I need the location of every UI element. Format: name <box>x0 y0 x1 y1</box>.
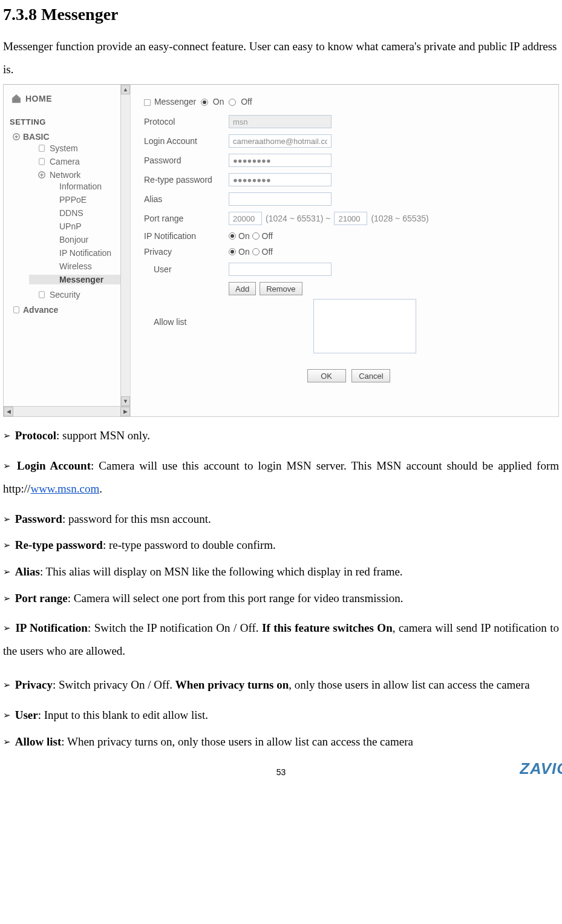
bullet-password-text: : password for this msn account. <box>62 513 211 525</box>
login-account-label: Login Account <box>144 136 229 146</box>
ip-notification-label: IP Notification <box>144 231 229 241</box>
page-icon <box>12 306 21 314</box>
ok-button[interactable]: OK <box>307 369 346 382</box>
ipnotif-off-radio[interactable] <box>252 232 260 240</box>
port-from-hint: (1024 ~ 65531) ~ <box>266 214 330 223</box>
sidebar-item-camera[interactable]: Camera <box>21 157 120 166</box>
allow-list-label: Allow list <box>144 299 229 327</box>
bullet-ipnotif-term: IP Notification <box>15 621 87 634</box>
messenger-off-radio[interactable] <box>229 99 236 106</box>
bullet-allow-text: : When privacy turns on, only those user… <box>61 735 413 748</box>
ipnotif-on-radio[interactable] <box>229 232 236 240</box>
ipnotif-off-label: Off <box>262 231 273 241</box>
pppoe-label: PPPoE <box>59 195 87 205</box>
bullet-user-text: : Input to this blank to edit allow list… <box>38 709 208 721</box>
sidebar-setting-header: SETTING <box>4 115 120 130</box>
off-label: Off <box>241 97 252 106</box>
sidebar-item-basic[interactable]: BASIC <box>12 132 120 142</box>
sidebar-item-pppoe[interactable]: PPPoE <box>29 195 120 205</box>
port-from-input[interactable] <box>229 212 262 225</box>
bullet-alias: ➢ Alias: This alias will display on MSN … <box>3 564 559 580</box>
sidebar-item-wireless[interactable]: Wireless <box>29 261 120 271</box>
add-button[interactable]: Add <box>229 282 256 295</box>
privacy-off-radio[interactable] <box>252 248 260 255</box>
sidebar-item-ddns[interactable]: DDNS <box>29 208 120 218</box>
ipnotif-on-label: On <box>238 231 250 241</box>
sidebar-item-network[interactable]: Network <box>21 170 120 180</box>
sidebar-item-upnp[interactable]: UPnP <box>29 221 120 231</box>
sidebar-item-security[interactable]: Security <box>21 290 120 300</box>
bullet-port-text: : Camera will select one port from this … <box>68 592 404 605</box>
scroll-left-icon[interactable]: ◀ <box>4 407 13 416</box>
privacy-on-label: On <box>238 247 250 257</box>
sidebar-home-label: HOME <box>25 94 52 103</box>
bullet-retype-term: Re-type password <box>15 539 103 551</box>
msn-link[interactable]: www.msn.com <box>30 482 99 495</box>
brand-logo: ZAVIO <box>520 759 562 779</box>
bullet-alias-term: Alias <box>15 565 40 578</box>
sidebar-item-system[interactable]: System <box>21 143 120 153</box>
allow-list-box[interactable] <box>313 299 416 353</box>
protocol-input <box>229 115 332 128</box>
page-icon <box>38 144 46 152</box>
bullet-user-term: User <box>15 709 38 721</box>
scroll-right-icon[interactable]: ▶ <box>120 407 130 416</box>
expand-icon <box>12 133 21 141</box>
ipnotification-label: IP Notification <box>59 248 111 258</box>
svg-rect-5 <box>14 307 19 313</box>
privacy-on-radio[interactable] <box>229 248 236 255</box>
upnp-label: UPnP <box>59 221 82 231</box>
cancel-button[interactable]: Cancel <box>351 369 390 382</box>
bullet-login-term: Login Account <box>17 459 91 472</box>
form-title-bar: Messenger On Off <box>144 97 554 106</box>
form-title: Messenger <box>154 97 196 106</box>
bullet-privacy-text2: , only those users in allow list can acc… <box>289 678 529 691</box>
scroll-down-icon[interactable]: ▼ <box>121 396 130 406</box>
sidebar-item-advance[interactable]: Advance <box>12 305 120 315</box>
port-to-input[interactable] <box>334 212 367 225</box>
sidebar-item-information[interactable]: Information <box>29 182 120 191</box>
sidebar-scrollbar-horizontal[interactable]: ◀ ▶ <box>4 406 130 416</box>
privacy-label: Privacy <box>144 247 229 257</box>
home-icon <box>11 93 22 104</box>
privacy-off-label: Off <box>262 247 273 257</box>
password-label: Password <box>144 156 229 165</box>
port-range-label: Port range <box>144 214 229 223</box>
page-number: 53 <box>3 767 559 777</box>
bullet-protocol: ➢ Protocol: support MSN only. <box>3 428 559 444</box>
advance-label: Advance <box>23 305 58 315</box>
basic-label: BASIC <box>23 132 50 142</box>
remove-button[interactable]: Remove <box>260 282 302 295</box>
camera-label: Camera <box>50 157 80 166</box>
port-to-hint: (1028 ~ 65535) <box>371 214 428 223</box>
bullet-privacy-bold: When privacy turns on <box>175 678 289 691</box>
section-heading: 7.3.8 Messenger <box>3 5 559 24</box>
bullet-user: ➢ User: Input to this blank to edit allo… <box>3 707 559 723</box>
checkbox-icon[interactable] <box>144 99 151 106</box>
sidebar-scrollbar-vertical[interactable]: ▲ ▼ <box>120 85 130 406</box>
bullet-port-term: Port range <box>15 592 68 605</box>
on-label: On <box>213 97 224 106</box>
messenger-on-radio[interactable] <box>201 99 208 106</box>
sidebar-home[interactable]: HOME <box>4 90 120 115</box>
password-input[interactable] <box>229 154 332 167</box>
form-pane: Messenger On Off Protocol Login Account … <box>131 85 558 416</box>
alias-label: Alias <box>144 194 229 204</box>
bullet-password: ➢ Password: password for this msn accoun… <box>3 511 559 527</box>
user-input[interactable] <box>229 263 332 276</box>
user-label: User <box>144 264 229 274</box>
sidebar-item-bonjour[interactable]: Bonjour <box>29 235 120 244</box>
retype-password-label: Re-type password <box>144 175 229 185</box>
bullet-privacy: ➢ Privacy: Switch privacy On / Off. When… <box>3 673 559 696</box>
sidebar-item-ipnotification[interactable]: IP Notification <box>29 248 120 258</box>
retype-password-input[interactable] <box>229 173 332 186</box>
svg-rect-4 <box>39 292 45 298</box>
system-label: System <box>50 143 78 153</box>
bullet-protocol-term: Protocol <box>15 429 56 442</box>
bullet-retype-text: : re-type password to double confirm. <box>103 539 276 551</box>
sidebar-item-messenger[interactable]: Messenger <box>29 275 120 284</box>
scroll-up-icon[interactable]: ▲ <box>121 85 130 94</box>
bullet-privacy-term: Privacy <box>15 678 53 691</box>
alias-input[interactable] <box>229 192 332 206</box>
login-account-input[interactable] <box>229 134 332 148</box>
